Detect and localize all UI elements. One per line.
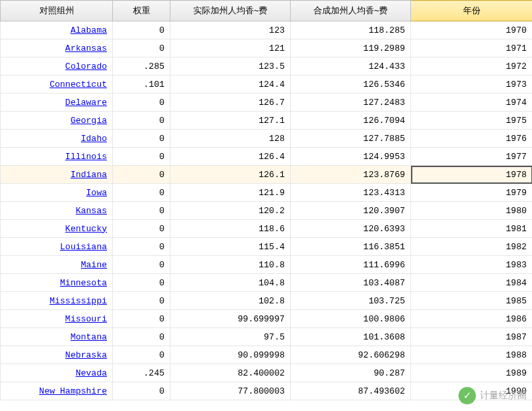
cell-synth[interactable]: 119.2989	[291, 39, 411, 57]
cell-state[interactable]: Alabama	[1, 21, 113, 39]
cell-actual[interactable]: 97.5	[170, 328, 291, 346]
cell-weight[interactable]: 0	[113, 21, 170, 39]
cell-synth[interactable]: 87.493602	[291, 382, 411, 400]
cell-actual[interactable]: 77.800003	[170, 382, 291, 400]
cell-actual[interactable]: 90.099998	[170, 346, 291, 364]
cell-actual[interactable]: 123	[170, 21, 291, 39]
col-header-weight[interactable]: 权重	[113, 1, 170, 21]
cell-weight[interactable]: 0	[113, 310, 170, 328]
cell-year[interactable]: 1970	[411, 21, 533, 39]
cell-weight[interactable]: 0	[113, 292, 170, 310]
cell-year[interactable]: 1971	[411, 39, 533, 57]
cell-state[interactable]: Iowa	[1, 184, 113, 202]
cell-weight[interactable]: .101	[113, 76, 170, 94]
cell-state[interactable]: Delaware	[1, 94, 113, 112]
cell-state[interactable]: New Hampshire	[1, 382, 113, 400]
col-header-actual[interactable]: 实际加州人均香~费	[170, 1, 291, 21]
cell-synth[interactable]: 116.3851	[291, 238, 411, 256]
cell-synth[interactable]: 103.4087	[291, 274, 411, 292]
cell-actual[interactable]: 123.5	[170, 57, 291, 76]
cell-synth[interactable]: 124.9953	[291, 148, 411, 166]
cell-year[interactable]: 1983	[411, 256, 533, 274]
cell-actual[interactable]: 121.9	[170, 184, 291, 202]
cell-weight[interactable]: .245	[113, 364, 170, 382]
cell-year[interactable]: 1989	[411, 364, 533, 382]
cell-synth[interactable]: 124.433	[291, 57, 411, 76]
cell-actual[interactable]: 121	[170, 39, 291, 57]
cell-synth[interactable]: 120.3907	[291, 202, 411, 220]
cell-year[interactable]: 1978	[411, 166, 533, 184]
cell-year[interactable]: 1972	[411, 57, 533, 76]
cell-actual[interactable]: 126.7	[170, 94, 291, 112]
cell-actual[interactable]: 120.2	[170, 202, 291, 220]
cell-actual[interactable]: 82.400002	[170, 364, 291, 382]
cell-state[interactable]: Nebraska	[1, 346, 113, 364]
cell-weight[interactable]: 0	[113, 94, 170, 112]
cell-actual[interactable]: 128	[170, 130, 291, 148]
cell-year[interactable]: 1973	[411, 76, 533, 94]
cell-actual[interactable]: 118.6	[170, 220, 291, 238]
col-header-synth[interactable]: 合成加州人均香~费	[291, 1, 411, 21]
cell-year[interactable]: 1975	[411, 112, 533, 130]
cell-actual[interactable]: 104.8	[170, 274, 291, 292]
cell-synth[interactable]: 90.287	[291, 364, 411, 382]
cell-state[interactable]: Nevada	[1, 364, 113, 382]
cell-synth[interactable]: 101.3608	[291, 328, 411, 346]
cell-weight[interactable]: 0	[113, 166, 170, 184]
cell-actual[interactable]: 124.4	[170, 76, 291, 94]
cell-weight[interactable]: 0	[113, 202, 170, 220]
cell-weight[interactable]: 0	[113, 220, 170, 238]
cell-state[interactable]: Georgia	[1, 112, 113, 130]
cell-synth[interactable]: 103.725	[291, 292, 411, 310]
cell-state[interactable]: Colorado	[1, 57, 113, 76]
cell-weight[interactable]: 0	[113, 112, 170, 130]
cell-weight[interactable]: 0	[113, 39, 170, 57]
cell-synth[interactable]: 123.4313	[291, 184, 411, 202]
cell-year[interactable]: 1985	[411, 292, 533, 310]
cell-weight[interactable]: .285	[113, 57, 170, 76]
cell-weight[interactable]: 0	[113, 130, 170, 148]
cell-year[interactable]: 1984	[411, 274, 533, 292]
cell-synth[interactable]: 126.7094	[291, 112, 411, 130]
cell-year[interactable]: 1976	[411, 130, 533, 148]
cell-synth[interactable]: 127.7885	[291, 130, 411, 148]
cell-year[interactable]: 1980	[411, 202, 533, 220]
cell-weight[interactable]: 0	[113, 148, 170, 166]
cell-year[interactable]: 1981	[411, 220, 533, 238]
cell-synth[interactable]: 92.606298	[291, 346, 411, 364]
cell-actual[interactable]: 126.4	[170, 148, 291, 166]
cell-state[interactable]: Mississippi	[1, 292, 113, 310]
cell-year[interactable]: 1987	[411, 328, 533, 346]
cell-weight[interactable]: 0	[113, 274, 170, 292]
cell-synth[interactable]: 100.9806	[291, 310, 411, 328]
col-header-state[interactable]: 对照组州	[1, 1, 113, 21]
cell-state[interactable]: Connecticut	[1, 76, 113, 94]
cell-actual[interactable]: 99.699997	[170, 310, 291, 328]
cell-state[interactable]: Illinois	[1, 148, 113, 166]
cell-synth[interactable]: 126.5346	[291, 76, 411, 94]
cell-actual[interactable]: 110.8	[170, 256, 291, 274]
cell-year[interactable]: 1988	[411, 346, 533, 364]
cell-weight[interactable]: 0	[113, 256, 170, 274]
cell-year[interactable]: 1979	[411, 184, 533, 202]
cell-actual[interactable]: 102.8	[170, 292, 291, 310]
cell-state[interactable]: Kansas	[1, 202, 113, 220]
cell-weight[interactable]: 0	[113, 346, 170, 364]
cell-actual[interactable]: 126.1	[170, 166, 291, 184]
cell-weight[interactable]: 0	[113, 382, 170, 400]
cell-state[interactable]: Idaho	[1, 130, 113, 148]
cell-weight[interactable]: 0	[113, 184, 170, 202]
cell-year[interactable]: 1986	[411, 310, 533, 328]
cell-year[interactable]: 1974	[411, 94, 533, 112]
cell-state[interactable]: Louisiana	[1, 238, 113, 256]
cell-state[interactable]: Maine	[1, 256, 113, 274]
col-header-year[interactable]: 年份	[411, 1, 533, 21]
cell-synth[interactable]: 120.6393	[291, 220, 411, 238]
cell-state[interactable]: Montana	[1, 328, 113, 346]
cell-state[interactable]: Indiana	[1, 166, 113, 184]
cell-actual[interactable]: 127.1	[170, 112, 291, 130]
cell-synth[interactable]: 123.8769	[291, 166, 411, 184]
cell-state[interactable]: Missouri	[1, 310, 113, 328]
cell-state[interactable]: Arkansas	[1, 39, 113, 57]
cell-synth[interactable]: 111.6996	[291, 256, 411, 274]
